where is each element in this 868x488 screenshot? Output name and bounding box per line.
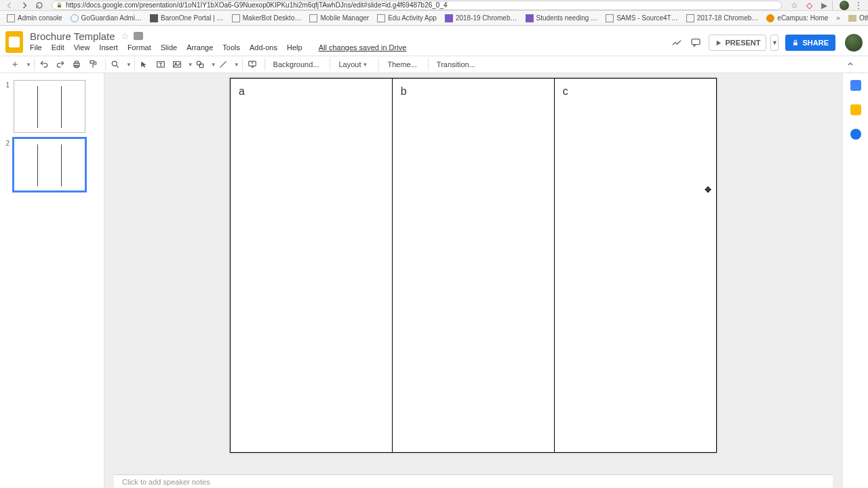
browser-toolbar: https://docs.google.com/presentation/d/1… — [0, 0, 868, 11]
comments-icon[interactable] — [690, 37, 702, 49]
menu-insert[interactable]: Insert — [99, 43, 118, 52]
image-tool[interactable] — [170, 58, 184, 71]
textbox-tool[interactable] — [154, 58, 167, 71]
image-dropdown[interactable]: ▼ — [188, 62, 193, 68]
page-icon — [7, 14, 15, 22]
theme-button[interactable]: Theme... — [382, 58, 422, 71]
menu-slide[interactable]: Slide — [161, 43, 177, 52]
save-status[interactable]: All changes saved in Drive — [319, 43, 407, 52]
speaker-notes[interactable]: Click to add speaker notes — [114, 474, 833, 488]
side-panel — [842, 73, 868, 488]
reload-button[interactable] — [34, 0, 45, 11]
profile-avatar[interactable] — [840, 1, 849, 10]
bookmark-item[interactable]: SAMS - Source4T… — [601, 12, 682, 24]
slide-column-a[interactable]: a — [230, 78, 393, 453]
goguardian-icon — [71, 14, 79, 22]
undo-button[interactable] — [37, 58, 51, 71]
sheets-icon — [526, 14, 534, 22]
folder-icon — [848, 15, 856, 22]
present-button[interactable]: PRESENT — [709, 35, 767, 51]
layout-button[interactable]: Layout ▼ — [333, 58, 373, 71]
present-dropdown[interactable]: ▼ — [770, 35, 778, 51]
transition-button[interactable]: Transition... — [431, 58, 481, 71]
bookmark-item[interactable]: Admin console — [3, 12, 66, 24]
toolbar-expand-icon[interactable] — [844, 58, 857, 71]
line-tool[interactable] — [216, 58, 230, 71]
calendar-icon[interactable] — [850, 80, 861, 91]
slide-column-b[interactable]: b — [392, 78, 555, 453]
svg-rect-1 — [692, 39, 700, 45]
menu-arrange[interactable]: Arrange — [186, 43, 213, 52]
bookmark-item[interactable]: BaronOne Portal | … — [146, 12, 228, 24]
star-icon[interactable]: ☆ — [121, 30, 130, 41]
extension2-icon[interactable]: ▶ — [818, 0, 829, 11]
bookmark-item[interactable]: MakerBot Deskto… — [228, 12, 306, 24]
shape-dropdown[interactable]: ▼ — [211, 62, 216, 68]
page-icon — [606, 14, 614, 22]
menu-help[interactable]: Help — [287, 43, 302, 52]
bookmark-item[interactable]: 2018-19 Chromeb… — [441, 12, 521, 24]
forward-button[interactable] — [19, 0, 30, 11]
select-tool[interactable] — [138, 58, 151, 71]
menu-edit[interactable]: Edit — [52, 43, 64, 52]
bookmark-item[interactable]: Students needing … — [521, 12, 602, 24]
bookmark-star-icon[interactable]: ☆ — [789, 0, 800, 11]
new-slide-button[interactable]: ＋ — [8, 58, 22, 71]
explore-icon[interactable] — [671, 37, 683, 49]
back-button[interactable] — [4, 0, 15, 11]
svg-rect-6 — [90, 61, 94, 64]
svg-rect-2 — [794, 43, 798, 45]
bookmark-item[interactable]: Edu Activity App — [373, 12, 441, 24]
new-slide-dropdown[interactable]: ▼ — [26, 62, 31, 68]
background-button[interactable]: Background... — [268, 58, 325, 71]
slide-thumbnails: 1 2 — [0, 73, 104, 488]
print-button[interactable] — [70, 58, 83, 71]
svg-rect-13 — [248, 61, 256, 66]
bookmarks-overflow-icon[interactable]: » — [832, 14, 844, 22]
svg-rect-0 — [58, 5, 61, 7]
comment-tool[interactable] — [245, 58, 259, 71]
svg-point-7 — [112, 61, 117, 66]
move-folder-icon[interactable] — [134, 32, 143, 40]
account-avatar[interactable] — [845, 34, 863, 52]
play-icon — [715, 39, 722, 47]
shape-tool[interactable] — [193, 58, 207, 71]
bookmark-item[interactable]: GoGuardian Admi… — [66, 12, 146, 24]
svg-rect-4 — [75, 61, 79, 63]
share-button[interactable]: SHARE — [785, 35, 835, 51]
paint-format-button[interactable] — [86, 58, 100, 71]
slides-logo[interactable] — [5, 30, 24, 54]
tasks-icon[interactable] — [850, 129, 861, 140]
line-dropdown[interactable]: ▼ — [234, 62, 239, 68]
toolbar: ＋ ▼ ▼ ▼ ▼ ▼ Background... Layout ▼ Theme… — [0, 56, 868, 73]
chrome-menu-icon[interactable]: ⋮ — [853, 0, 864, 11]
lock-icon — [56, 2, 63, 8]
keep-icon[interactable] — [850, 104, 861, 115]
menu-tools[interactable]: Tools — [222, 43, 240, 52]
page-icon — [377, 14, 385, 22]
menubar: File Edit View Insert Format Slide Arran… — [30, 43, 671, 52]
bookmark-item[interactable]: 2017-18 Chromeb… — [682, 12, 763, 24]
menu-format[interactable]: Format — [127, 43, 151, 52]
canvas-area: a b c ✥ Click to add speaker notes — [104, 73, 842, 488]
extension-icon[interactable]: ◇ — [804, 0, 814, 11]
page-icon — [686, 14, 694, 22]
thumbnail-slide-1[interactable]: 1 — [0, 77, 104, 136]
doc-title[interactable]: Brochure Template — [30, 30, 115, 42]
zoom-button[interactable] — [108, 58, 122, 71]
page-icon — [309, 14, 317, 22]
slide-column-c[interactable]: c — [554, 78, 717, 453]
bookmark-item[interactable]: Mobile Manager — [305, 12, 373, 24]
menu-view[interactable]: View — [74, 43, 90, 52]
thumb-number: 1 — [0, 80, 14, 133]
canvas[interactable]: a b c ✥ — [104, 73, 842, 474]
other-bookmarks[interactable]: Other Bookmarks — [844, 12, 868, 24]
zoom-dropdown[interactable]: ▼ — [126, 62, 132, 68]
url-bar[interactable]: https://docs.google.com/presentation/d/1… — [52, 1, 782, 10]
slide[interactable]: a b c ✥ — [229, 77, 717, 453]
thumbnail-slide-2[interactable]: 2 — [0, 136, 104, 194]
menu-file[interactable]: File — [30, 43, 42, 52]
redo-button[interactable] — [54, 58, 67, 71]
bookmark-item[interactable]: eCampus: Home — [762, 12, 832, 24]
menu-addons[interactable]: Add-ons — [250, 43, 277, 52]
